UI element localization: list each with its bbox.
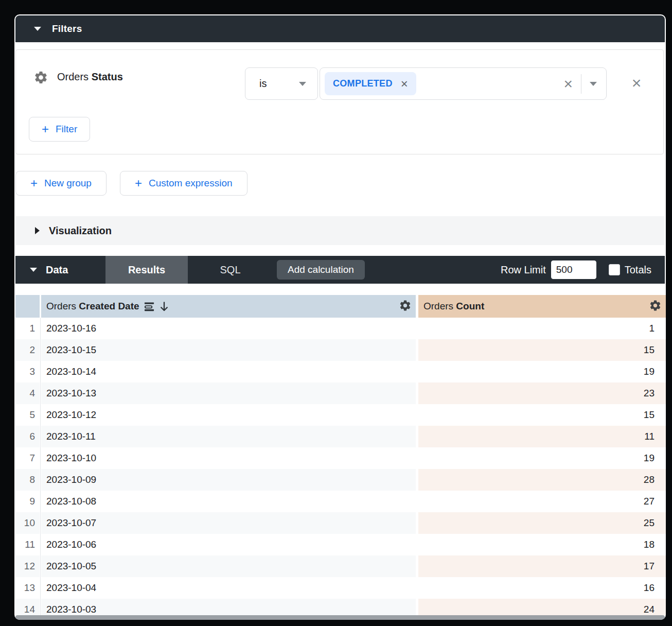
- tab-sql[interactable]: SQL: [208, 256, 252, 284]
- row-number: 10: [15, 512, 40, 534]
- cell-date[interactable]: 2023-10-11: [41, 426, 416, 447]
- column-gear-icon[interactable]: [649, 299, 662, 314]
- row-number: 5: [15, 404, 40, 426]
- filter-value-chip[interactable]: COMPLETED ×: [325, 72, 416, 95]
- add-calculation-button[interactable]: Add calculation: [277, 260, 365, 280]
- row-number: 3: [15, 361, 40, 382]
- cell-date[interactable]: 2023-10-10: [41, 447, 416, 469]
- cell-count[interactable]: 19: [418, 447, 666, 469]
- table-row: 4 2023-10-13 23: [15, 382, 666, 404]
- value-dropdown-caret-icon[interactable]: [590, 82, 597, 86]
- cell-date[interactable]: 2023-10-03: [41, 599, 416, 615]
- cell-count[interactable]: 24: [418, 599, 666, 615]
- cell-count[interactable]: 15: [418, 339, 666, 361]
- filter-operator-value: is: [259, 78, 267, 90]
- custom-expression-button[interactable]: + Custom expression: [120, 171, 247, 196]
- column-divider: [40, 599, 41, 615]
- horizontal-scrollbar[interactable]: [15, 615, 665, 620]
- column-gear-icon[interactable]: [399, 299, 412, 314]
- table-row: 13 2023-10-04 16: [15, 577, 666, 599]
- cell-count[interactable]: 11: [418, 426, 666, 447]
- new-group-label: New group: [44, 178, 92, 189]
- cell-count[interactable]: 16: [418, 577, 666, 599]
- remove-filter-button[interactable]: ×: [628, 74, 645, 92]
- filter-field-label: Orders Status: [57, 71, 123, 83]
- visualization-section-header[interactable]: Visualization: [15, 216, 665, 245]
- column-divider: [40, 555, 41, 577]
- cell-count[interactable]: 17: [418, 555, 666, 577]
- clear-values-icon[interactable]: ×: [563, 76, 573, 92]
- cell-count[interactable]: 23: [418, 382, 666, 404]
- column-divider: [40, 491, 41, 512]
- operator-caret-icon: [299, 82, 306, 86]
- filter-value-chip-label: COMPLETED: [333, 78, 393, 89]
- row-number: 6: [15, 426, 40, 447]
- table-body: 1 2023-10-16 1 2 2023-10-15 15 3 2023-10…: [15, 318, 666, 615]
- column-header-orders-count[interactable]: Orders Count: [418, 295, 666, 318]
- column-divider: [40, 426, 41, 447]
- row-number: 9: [15, 491, 40, 512]
- cell-count[interactable]: 25: [418, 512, 666, 534]
- cell-date[interactable]: 2023-10-08: [41, 491, 416, 512]
- cell-date[interactable]: 2023-10-05: [41, 555, 416, 577]
- column-divider: [40, 339, 41, 361]
- table-header: Orders Created Date Orders Count: [15, 295, 666, 318]
- row-number: 14: [15, 599, 40, 615]
- column-header-orders-created-date[interactable]: Orders Created Date: [41, 295, 416, 318]
- filter-panel: Orders Status is COMPLETED × × × +: [15, 49, 664, 154]
- row-limit-input[interactable]: [551, 260, 596, 279]
- data-collapse-caret-icon[interactable]: [30, 268, 37, 272]
- table-row: 9 2023-10-08 27: [15, 491, 666, 512]
- column-divider: [40, 534, 41, 555]
- cell-count[interactable]: 19: [418, 361, 666, 382]
- cell-count[interactable]: 27: [418, 491, 666, 512]
- filters-section-header[interactable]: Filters: [15, 15, 665, 42]
- totals-checkbox[interactable]: [609, 264, 620, 275]
- tab-results[interactable]: Results: [105, 256, 188, 284]
- column-divider: [40, 447, 41, 469]
- cell-date[interactable]: 2023-10-06: [41, 534, 416, 555]
- cell-count[interactable]: 18: [418, 534, 666, 555]
- row-number: 2: [15, 339, 40, 361]
- cell-date[interactable]: 2023-10-13: [41, 382, 416, 404]
- filter-field-gear-icon[interactable]: [33, 70, 48, 87]
- visualization-expand-caret-icon[interactable]: [35, 227, 40, 234]
- filter-operator-select[interactable]: is: [245, 67, 318, 100]
- custom-expression-label: Custom expression: [149, 178, 233, 189]
- row-limit-label: Row Limit: [501, 264, 546, 276]
- filter-actions-row: + New group + Custom expression: [15, 171, 247, 196]
- chip-remove-icon[interactable]: ×: [401, 78, 408, 90]
- filters-collapse-caret-icon[interactable]: [34, 27, 41, 31]
- cell-date[interactable]: 2023-10-04: [41, 577, 416, 599]
- cell-date[interactable]: 2023-10-14: [41, 361, 416, 382]
- table-row: 3 2023-10-14 19: [15, 361, 666, 382]
- add-filter-button[interactable]: + Filter: [29, 117, 90, 142]
- cell-date[interactable]: 2023-10-15: [41, 339, 416, 361]
- cell-date[interactable]: 2023-10-09: [41, 469, 416, 491]
- cell-count[interactable]: 15: [418, 404, 666, 426]
- column-label: Orders Count: [423, 301, 484, 312]
- table-row: 7 2023-10-10 19: [15, 447, 666, 469]
- column-divider: [40, 512, 41, 534]
- filter-value-input[interactable]: COMPLETED × ×: [320, 67, 607, 100]
- row-number-column-header: [15, 295, 40, 318]
- row-number: 1: [15, 318, 40, 339]
- table-row: 2 2023-10-15 15: [15, 339, 666, 361]
- totals-label: Totals: [625, 264, 651, 276]
- plus-icon: +: [30, 177, 38, 189]
- data-section-header[interactable]: Data Results SQL Add calculation Row Lim…: [15, 256, 665, 284]
- cell-count[interactable]: 28: [418, 469, 666, 491]
- cell-date[interactable]: 2023-10-07: [41, 512, 416, 534]
- column-divider: [40, 361, 41, 382]
- new-group-button[interactable]: + New group: [15, 171, 107, 196]
- cell-count[interactable]: 1: [418, 318, 666, 339]
- sort-desc-arrow-icon[interactable]: [159, 301, 169, 312]
- column-divider: [40, 577, 41, 599]
- row-number: 13: [15, 577, 40, 599]
- add-filter-label: Filter: [56, 124, 77, 135]
- plus-icon: +: [42, 123, 49, 135]
- cell-date[interactable]: 2023-10-12: [41, 404, 416, 426]
- row-number: 11: [15, 534, 40, 555]
- explore-page: Filters Orders Status is COMPLETED × ×: [14, 14, 666, 620]
- cell-date[interactable]: 2023-10-16: [41, 318, 416, 339]
